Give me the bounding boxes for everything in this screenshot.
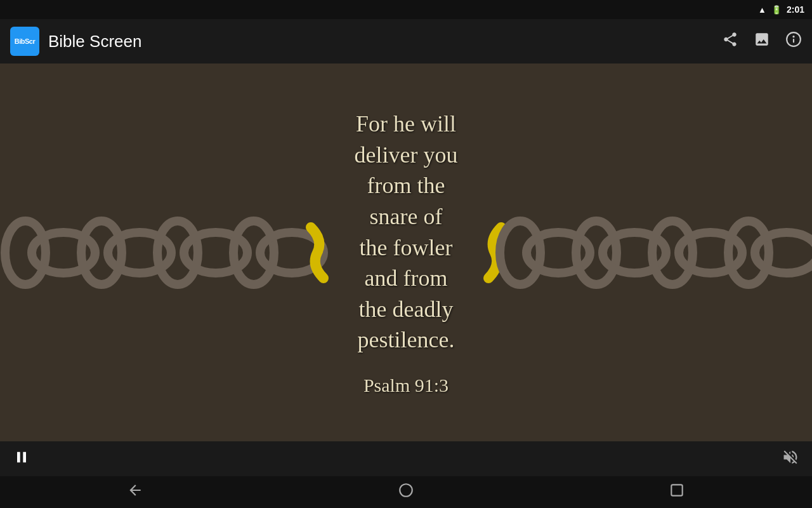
home-button[interactable] [398, 482, 414, 502]
svg-point-18 [755, 232, 812, 273]
verse-reference: Psalm 91:3 [355, 375, 458, 396]
mute-button[interactable] [782, 448, 799, 470]
app-title: Bible Screen [48, 32, 141, 51]
svg-point-15 [652, 221, 693, 284]
app-bar-left: BibScr Bible Screen [10, 27, 141, 56]
verse-text: For he will deliver you from the snare o… [355, 109, 458, 356]
share-icon[interactable] [722, 31, 738, 51]
svg-point-3 [5, 221, 46, 284]
svg-rect-20 [671, 485, 682, 495]
pause-button[interactable] [13, 448, 30, 470]
app-bar-right [722, 31, 802, 51]
app-icon: BibScr [10, 27, 39, 56]
svg-point-13 [576, 221, 617, 284]
svg-point-19 [400, 484, 412, 497]
recents-button[interactable] [669, 482, 685, 502]
svg-point-5 [81, 221, 122, 284]
svg-point-11 [500, 221, 540, 284]
controls-bar [0, 441, 812, 476]
svg-point-7 [157, 221, 198, 284]
nav-bar [0, 476, 812, 508]
svg-point-9 [233, 221, 274, 284]
info-icon[interactable] [785, 31, 802, 51]
verse-container: For he will deliver you from the snare o… [355, 109, 458, 396]
back-button[interactable] [127, 482, 143, 502]
battery-icon: 🔋 [771, 5, 782, 15]
app-bar: BibScr Bible Screen [0, 19, 812, 64]
status-time: 2:01 [787, 4, 804, 15]
wifi-icon: ▲ [758, 5, 766, 15]
svg-point-17 [728, 221, 769, 284]
status-bar: ▲ 🔋 2:01 [0, 0, 812, 19]
image-icon[interactable] [754, 31, 770, 51]
main-content: .chain-link { fill: none; stroke: #6b605… [0, 64, 812, 441]
